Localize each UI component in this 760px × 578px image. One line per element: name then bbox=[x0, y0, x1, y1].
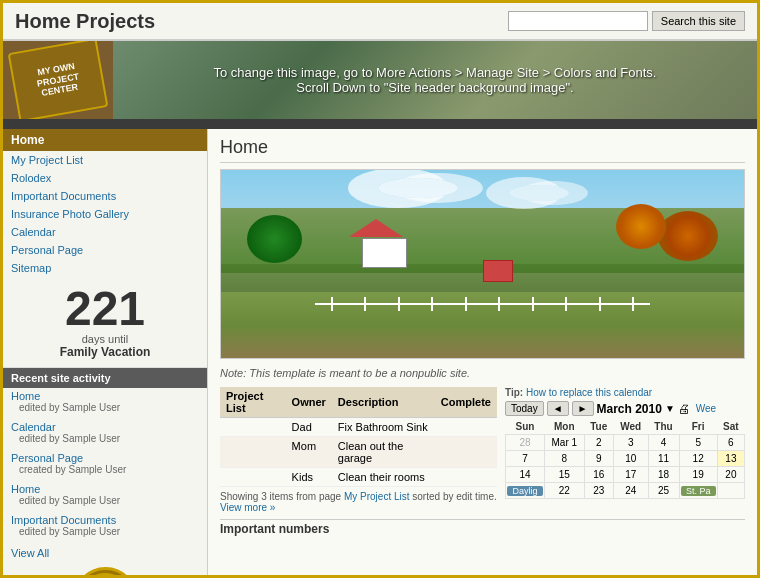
cal-day-9[interactable]: 9 bbox=[584, 451, 613, 467]
tree-left bbox=[247, 215, 302, 263]
cal-day-21[interactable]: Daylig bbox=[506, 483, 545, 499]
cal-tip: Tip: How to replace this calendar bbox=[505, 387, 745, 398]
countdown-widget: 221 days until Family Vacation bbox=[3, 277, 207, 368]
sidebar-item-insurancephoto[interactable]: Insurance Photo Gallery bbox=[3, 205, 207, 223]
search-button[interactable]: Search this site bbox=[652, 11, 745, 31]
cal-week-1: 28 Mar 1 2 3 4 5 6 bbox=[506, 435, 745, 451]
cal-day-10[interactable]: 10 bbox=[613, 451, 648, 467]
search-bar: Search this site bbox=[508, 11, 745, 31]
cal-day-18[interactable]: 18 bbox=[648, 467, 679, 483]
col-complete: Complete bbox=[435, 387, 497, 418]
badge-svg: CERTIFIED QUALITY bbox=[78, 572, 133, 578]
bottom-panels: Project List Owner Description Complete … bbox=[220, 387, 745, 513]
cal-day-mar1[interactable]: Mar 1 bbox=[544, 435, 584, 451]
cal-day-6[interactable]: 6 bbox=[717, 435, 744, 451]
cal-day-23[interactable]: 23 bbox=[584, 483, 613, 499]
search-input[interactable] bbox=[508, 11, 648, 31]
cal-day-14[interactable]: 14 bbox=[506, 467, 545, 483]
view-more-link[interactable]: View more » bbox=[220, 502, 275, 513]
cal-day-5[interactable]: 5 bbox=[679, 435, 717, 451]
cal-week-link[interactable]: Wee bbox=[696, 403, 716, 414]
cal-week-2: 7 8 9 10 11 12 13 bbox=[506, 451, 745, 467]
countdown-sublabel: Family Vacation bbox=[11, 345, 199, 359]
site-header: Home Projects Search this site bbox=[3, 3, 757, 41]
cert-badge: CERTIFIED QUALITY bbox=[3, 563, 208, 578]
cal-day-27[interactable] bbox=[717, 483, 744, 499]
project-table-container: Project List Owner Description Complete … bbox=[220, 387, 497, 513]
farm-house bbox=[362, 238, 407, 268]
table-row: Kids Clean their rooms bbox=[220, 468, 497, 487]
activity-link-home2[interactable]: Home bbox=[11, 483, 199, 495]
image-note: Note: This template is meant to be a non… bbox=[220, 367, 745, 379]
cal-table: Sun Mon Tue Wed Thu Fri Sat 28 bbox=[505, 419, 745, 499]
activity-item-4: Home edited by Sample User bbox=[3, 481, 207, 512]
cal-day-12[interactable]: 12 bbox=[679, 451, 717, 467]
cal-header-sun: Sun bbox=[506, 419, 545, 435]
countdown-number: 221 bbox=[11, 285, 199, 333]
activity-item-3: Personal Page created by Sample User bbox=[3, 450, 207, 481]
col-owner: Owner bbox=[286, 387, 332, 418]
sidebar-item-rolodex[interactable]: Rolodex bbox=[3, 169, 207, 187]
banner-image: To change this image, go to More Actions… bbox=[113, 41, 757, 119]
content-area: Home bbox=[208, 129, 757, 578]
sidebar-nav-home[interactable]: Home bbox=[3, 129, 207, 151]
cal-day-19[interactable]: 19 bbox=[679, 467, 717, 483]
cal-day-16[interactable]: 16 bbox=[584, 467, 613, 483]
sidebar: Home My Project List Rolodex Important D… bbox=[3, 129, 208, 578]
activity-link-importantdocs[interactable]: Important Documents bbox=[11, 514, 199, 526]
sidebar-item-importantdocs[interactable]: Important Documents bbox=[3, 187, 207, 205]
countdown-label: days until bbox=[11, 333, 199, 345]
svg-point-0 bbox=[80, 574, 130, 578]
cal-day-3[interactable]: 3 bbox=[613, 435, 648, 451]
sidebar-item-myprojectlist[interactable]: My Project List bbox=[3, 151, 207, 169]
table-row: Mom Clean out the garage bbox=[220, 437, 497, 468]
view-all-link[interactable]: View All bbox=[3, 543, 207, 563]
cal-day-2[interactable]: 2 bbox=[584, 435, 613, 451]
cal-day-8[interactable]: 8 bbox=[544, 451, 584, 467]
main-layout: Home My Project List Rolodex Important D… bbox=[3, 129, 757, 578]
cal-week-4: Daylig 22 23 24 25 St. Pa bbox=[506, 483, 745, 499]
cloud1 bbox=[378, 178, 458, 198]
logo-inner: MY OWN PROJECT CENTER bbox=[8, 41, 109, 119]
cal-day-17[interactable]: 17 bbox=[613, 467, 648, 483]
col-description: Description bbox=[332, 387, 435, 418]
calendar-container: Tip: How to replace this calendar Today … bbox=[505, 387, 745, 513]
badge-circle: CERTIFIED QUALITY bbox=[73, 567, 138, 578]
cal-day-22[interactable]: 22 bbox=[544, 483, 584, 499]
tree-right2 bbox=[616, 204, 666, 249]
cloud2 bbox=[509, 185, 569, 201]
project-list-link[interactable]: My Project List bbox=[344, 491, 410, 502]
cal-day-11[interactable]: 11 bbox=[648, 451, 679, 467]
cal-day-24[interactable]: 24 bbox=[613, 483, 648, 499]
cal-day-stpatricks[interactable]: St. Pa bbox=[679, 483, 717, 499]
owner-dad: Dad bbox=[286, 418, 332, 437]
activity-link-home1[interactable]: Home bbox=[11, 390, 199, 402]
sidebar-item-sitemap[interactable]: Sitemap bbox=[3, 259, 207, 277]
cal-day-7[interactable]: 7 bbox=[506, 451, 545, 467]
cal-next-btn[interactable]: ► bbox=[572, 401, 594, 416]
recent-activity-header: Recent site activity bbox=[3, 368, 207, 388]
cal-prev-btn[interactable]: ◄ bbox=[547, 401, 569, 416]
owner-mom: Mom bbox=[286, 437, 332, 468]
replace-calendar-link[interactable]: How to replace this calendar bbox=[526, 387, 652, 398]
cal-printer-icon[interactable]: 🖨 bbox=[678, 402, 690, 416]
banner-logo: MY OWN PROJECT CENTER bbox=[3, 41, 113, 119]
activity-link-calendar[interactable]: Calendar bbox=[11, 421, 199, 433]
cal-day-4[interactable]: 4 bbox=[648, 435, 679, 451]
cal-day-28prev[interactable]: 28 bbox=[506, 435, 545, 451]
cal-day-15[interactable]: 15 bbox=[544, 467, 584, 483]
desc-1: Fix Bathroom Sink bbox=[332, 418, 435, 437]
cal-day-13[interactable]: 13 bbox=[717, 451, 744, 467]
cal-today-btn[interactable]: Today bbox=[505, 401, 544, 416]
cal-dropdown-icon[interactable]: ▼ bbox=[665, 403, 675, 414]
important-numbers-header: Important numbers bbox=[220, 519, 745, 538]
cal-day-25[interactable]: 25 bbox=[648, 483, 679, 499]
content-title: Home bbox=[220, 137, 745, 163]
cal-week-3: 14 15 16 17 18 19 20 bbox=[506, 467, 745, 483]
activity-link-personalpage[interactable]: Personal Page bbox=[11, 452, 199, 464]
sidebar-item-personalpage[interactable]: Personal Page bbox=[3, 241, 207, 259]
sidebar-item-calendar[interactable]: Calendar bbox=[3, 223, 207, 241]
col-projectlist: Project List bbox=[220, 387, 286, 418]
cal-day-20[interactable]: 20 bbox=[717, 467, 744, 483]
farm-roof bbox=[349, 219, 403, 237]
